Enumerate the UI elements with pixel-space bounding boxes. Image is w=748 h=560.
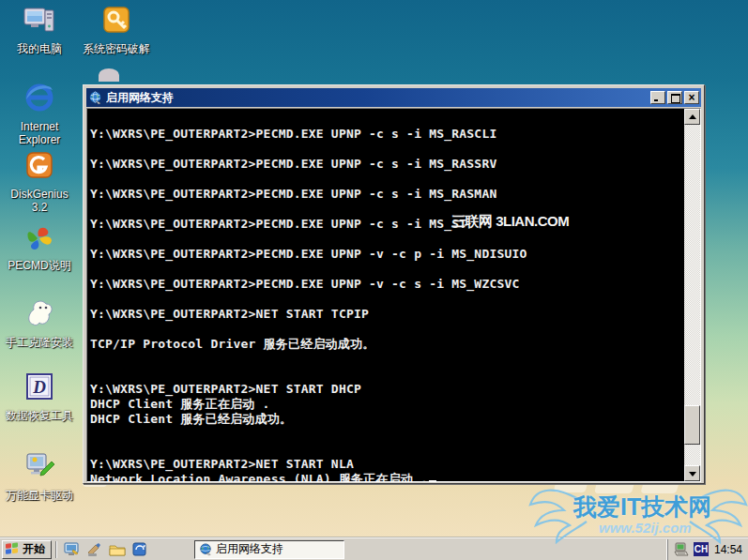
watermark-url: www.52ij.com	[599, 520, 692, 536]
console-line: Y:\WXRS\PE_OUTERPART2>NET START TCPIP	[90, 307, 681, 322]
console-line	[90, 142, 681, 157]
console-line: Y:\WXRS\PE_OUTERPART2>PECMD.EXE UPNP -c …	[90, 157, 681, 172]
system-tray: CH 14:54	[667, 539, 748, 560]
scroll-down-button[interactable]	[684, 465, 700, 481]
desktop-icon-gpu-driver[interactable]: 万能显卡驱动	[2, 451, 77, 502]
console-line	[90, 367, 681, 382]
desktop-icon-my-computer[interactable]: 我的电脑	[2, 5, 77, 55]
console-line	[90, 262, 681, 277]
desktop-icon-label: PECMD说明	[2, 259, 77, 272]
taskbar-separator	[55, 541, 57, 558]
network-globe-icon	[199, 543, 212, 556]
close-button[interactable]	[684, 91, 699, 104]
desktop-icon-label: Internet Explorer	[2, 120, 77, 146]
console-line: Y:\WXRS\PE_OUTERPART2>PECMD.EXE UPNP -v …	[90, 277, 681, 292]
console-line	[90, 322, 681, 337]
folder-icon[interactable]	[109, 541, 126, 558]
console-line: Y:\WXRS\PE_OUTERPART2>PECMD.EXE UPNP -v …	[90, 247, 681, 262]
console-line: Y:\WXRS\PE_OUTERPART2>PECMD.EXE UPNP -c …	[90, 187, 681, 202]
console-line	[90, 442, 681, 457]
desktop-icon-pecmd-help[interactable]: PECMD说明	[2, 223, 77, 272]
desktop-icon-password-crack[interactable]: 系统密码破解	[79, 5, 154, 55]
desktop-icon-label: 手工克隆安装	[2, 336, 77, 349]
console-line	[90, 172, 681, 187]
desktop-icon-diskgenius[interactable]: DiskGenius 3.2	[2, 150, 77, 214]
console-line: Y:\WXRS\PE_OUTERPART2>PECMD.EXE UPNP -c …	[90, 127, 681, 142]
my-computer-icon	[23, 5, 56, 38]
data-recovery-icon: D	[23, 371, 55, 405]
desktop: 我的电脑系统密码破解Internet ExplorerDiskGenius 3.…	[0, 0, 748, 560]
windows-logo-icon	[6, 542, 19, 555]
console-overlay-watermark: 三联网 3LIAN.COM	[451, 213, 569, 231]
password-crack-icon	[100, 5, 132, 38]
internet-explorer-icon	[23, 81, 56, 114]
show-desktop-icon[interactable]	[64, 541, 81, 558]
console-line: Network Location Awareness (NLA) 服务正在启动 …	[90, 472, 681, 482]
scrollbar-thumb[interactable]	[684, 405, 700, 445]
window-title: 启用网络支持	[106, 90, 649, 106]
console-line	[90, 292, 681, 307]
start-button-label: 开始	[23, 541, 45, 557]
console-line: DHCP Client 服务正在启动 .	[90, 397, 681, 412]
console-line: Y:\WXRS\PE_OUTERPART2>NET START DHCP	[90, 382, 681, 397]
console-line	[90, 202, 681, 217]
network-globe-icon	[88, 91, 102, 105]
console-line: Y:\WXRS\PE_OUTERPART2>NET START NLA	[90, 457, 681, 472]
brush-tool-icon[interactable]	[86, 541, 103, 558]
minimize-button[interactable]	[650, 91, 665, 104]
console-client-area[interactable]: Y:\WXRS\PE_OUTERPART2>PECMD.EXE UPNP -c …	[86, 108, 701, 482]
maximize-button[interactable]	[667, 91, 682, 104]
scroll-up-button[interactable]	[684, 109, 700, 125]
desktop-icon-manual-clone[interactable]: 手工克隆安装	[2, 296, 77, 349]
taskbar-task-button[interactable]: 启用网络支持	[194, 540, 344, 559]
clock[interactable]: 14:54	[712, 543, 744, 556]
start-button[interactable]: 开始	[2, 540, 52, 559]
console-output: Y:\WXRS\PE_OUTERPART2>PECMD.EXE UPNP -c …	[87, 109, 700, 482]
manual-clone-icon	[23, 296, 56, 330]
pecmd-help-icon	[23, 223, 56, 257]
diskgenius-icon	[23, 150, 55, 184]
language-indicator[interactable]: CH	[694, 542, 709, 556]
console-line	[90, 232, 681, 247]
vertical-scrollbar[interactable]	[684, 109, 700, 481]
window-titlebar[interactable]: 启用网络支持	[86, 88, 701, 107]
console-line	[90, 427, 681, 442]
tray-hardware-icon[interactable]	[674, 542, 690, 557]
hidden-desktop-icon-fragment	[99, 68, 119, 82]
desktop-icon-data-recovery[interactable]: D数据恢复工具	[2, 371, 77, 422]
task-button-label: 启用网络支持	[216, 541, 283, 557]
console-cursor	[429, 480, 436, 482]
svg-text:D: D	[32, 377, 46, 397]
console-line: TCP/IP Protocol Driver 服务已经启动成功。	[90, 337, 681, 352]
watermark-title: 我爱IT技术网	[573, 492, 711, 522]
console-line	[90, 112, 681, 127]
internet-launcher-icon[interactable]	[131, 541, 148, 558]
console-line: Y:\WXRS\PE_OUTERPART2>PECMD.EXE UPNP -c …	[90, 217, 681, 232]
console-line: DHCP Client 服务已经启动成功。	[90, 412, 681, 427]
taskbar: 开始	[0, 537, 748, 560]
desktop-icon-label: 我的电脑	[2, 42, 77, 55]
console-window[interactable]: 启用网络支持 Y:\WXRS\PE_OUTERPART2>PECMD.EXE U…	[83, 84, 705, 484]
desktop-icon-internet-explorer[interactable]: Internet Explorer	[2, 81, 77, 146]
desktop-icon-label: DiskGenius 3.2	[2, 188, 77, 214]
desktop-icon-label: 数据恢复工具	[2, 409, 77, 422]
console-line	[90, 352, 681, 367]
desktop-icon-label: 万能显卡驱动	[2, 489, 77, 502]
gpu-driver-icon	[23, 451, 56, 485]
desktop-icon-label: 系统密码破解	[79, 42, 154, 55]
